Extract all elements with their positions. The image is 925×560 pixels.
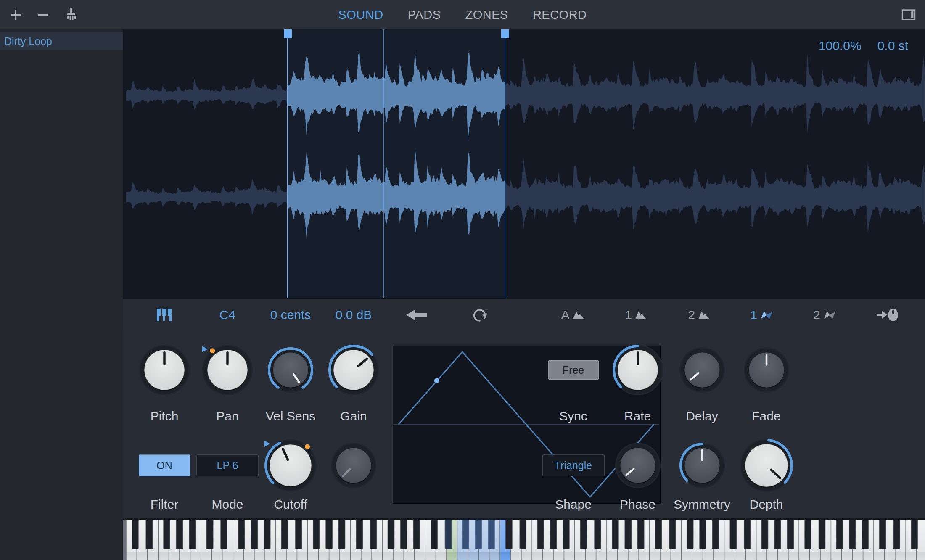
env1-button[interactable]: 1 bbox=[604, 299, 667, 331]
panel-toggle-icon[interactable] bbox=[900, 6, 917, 24]
zone-black-key[interactable] bbox=[488, 520, 494, 549]
lfo-phase-dot[interactable] bbox=[434, 378, 439, 383]
root-key-value[interactable]: C4 bbox=[196, 299, 259, 331]
lfo-phase-knob[interactable] bbox=[605, 433, 670, 497]
filter-enable-button[interactable]: ON bbox=[139, 454, 190, 476]
white-key[interactable] bbox=[212, 520, 222, 560]
black-key[interactable] bbox=[431, 520, 437, 549]
black-key[interactable] bbox=[177, 520, 183, 549]
zone-black-key[interactable] bbox=[476, 520, 482, 549]
env2-button[interactable]: 2 bbox=[667, 299, 730, 331]
tune-value[interactable]: 0 cents bbox=[259, 299, 322, 331]
black-key[interactable] bbox=[550, 520, 557, 549]
tab-sound[interactable]: SOUND bbox=[338, 8, 383, 22]
black-key[interactable] bbox=[687, 520, 693, 549]
lfo-delay-knob[interactable] bbox=[670, 331, 734, 409]
black-key[interactable] bbox=[520, 520, 526, 549]
broom-icon[interactable] bbox=[62, 6, 80, 24]
amp-env-button[interactable]: A bbox=[541, 299, 604, 331]
white-key[interactable] bbox=[586, 520, 596, 560]
black-key[interactable] bbox=[669, 520, 676, 549]
white-key[interactable] bbox=[511, 520, 521, 560]
black-key[interactable] bbox=[313, 520, 320, 549]
piano-keyboard[interactable] bbox=[123, 520, 925, 560]
black-key[interactable] bbox=[282, 520, 288, 549]
black-key[interactable] bbox=[787, 520, 793, 549]
reverse-icon[interactable] bbox=[385, 299, 448, 331]
black-key[interactable] bbox=[893, 520, 900, 549]
black-key[interactable] bbox=[251, 520, 257, 549]
black-key[interactable] bbox=[146, 520, 152, 549]
lfo-shape-button[interactable]: Triangle bbox=[542, 454, 605, 476]
lfo1-button[interactable]: 1 bbox=[730, 299, 793, 331]
stretch-percent-value[interactable]: 100.0% bbox=[819, 39, 862, 53]
white-key[interactable] bbox=[436, 520, 446, 560]
black-key[interactable] bbox=[655, 520, 662, 549]
gain-knob[interactable] bbox=[322, 331, 385, 409]
lfo-sync-button[interactable]: Free bbox=[541, 331, 605, 409]
white-key[interactable] bbox=[362, 520, 372, 560]
black-key[interactable] bbox=[445, 520, 452, 549]
pan-knob[interactable] bbox=[196, 331, 259, 409]
black-key[interactable] bbox=[339, 520, 345, 549]
cutoff-knob[interactable] bbox=[259, 433, 322, 497]
vel-sens-knob[interactable] bbox=[259, 331, 322, 409]
lfo-fade-knob[interactable] bbox=[734, 331, 798, 409]
black-key[interactable] bbox=[595, 520, 601, 549]
loop-mode-icon[interactable] bbox=[448, 299, 511, 331]
tab-pads[interactable]: PADS bbox=[408, 8, 441, 22]
white-key[interactable] bbox=[661, 520, 671, 560]
black-key[interactable] bbox=[370, 520, 377, 549]
selection-start-line[interactable] bbox=[287, 29, 288, 298]
filter-enable-button[interactable]: ON bbox=[133, 433, 196, 497]
selection-start-handle[interactable] bbox=[284, 29, 292, 38]
black-key[interactable] bbox=[911, 520, 917, 549]
lfo-symmetry-knob[interactable] bbox=[670, 433, 734, 497]
white-key[interactable] bbox=[735, 520, 745, 560]
black-key[interactable] bbox=[638, 520, 644, 549]
black-key[interactable] bbox=[326, 520, 332, 549]
black-key[interactable] bbox=[700, 520, 706, 549]
selection-region[interactable] bbox=[288, 29, 505, 298]
black-key[interactable] bbox=[506, 520, 512, 549]
black-key[interactable] bbox=[862, 520, 868, 549]
black-key[interactable] bbox=[132, 520, 138, 549]
zone-black-key[interactable] bbox=[462, 520, 469, 549]
black-key[interactable] bbox=[713, 520, 719, 549]
minus-icon[interactable] bbox=[34, 6, 52, 24]
black-key[interactable] bbox=[819, 520, 825, 549]
plus-icon[interactable] bbox=[7, 6, 24, 24]
white-key[interactable] bbox=[917, 520, 925, 560]
selection-end-handle[interactable] bbox=[501, 29, 509, 38]
black-key[interactable] bbox=[774, 520, 781, 549]
lfo-shape-button[interactable]: Triangle bbox=[541, 433, 605, 497]
black-key[interactable] bbox=[730, 520, 736, 549]
black-key[interactable] bbox=[849, 520, 856, 549]
black-key[interactable] bbox=[296, 520, 302, 549]
mouse-assign-icon[interactable] bbox=[856, 299, 920, 331]
black-key[interactable] bbox=[207, 520, 213, 549]
black-key[interactable] bbox=[880, 520, 886, 549]
black-key[interactable] bbox=[221, 520, 227, 549]
black-key[interactable] bbox=[805, 520, 811, 549]
piano-keys-icon[interactable] bbox=[133, 299, 196, 331]
pitch-knob[interactable] bbox=[133, 331, 196, 409]
lfo-depth-knob[interactable] bbox=[734, 433, 798, 497]
filter-mode-button[interactable]: LP 6 bbox=[196, 454, 259, 476]
waveform-display[interactable]: 100.0% 0.0 st bbox=[123, 29, 925, 298]
black-key[interactable] bbox=[189, 520, 196, 549]
black-key[interactable] bbox=[264, 520, 270, 549]
sample-gain-value[interactable]: 0.0 dB bbox=[322, 299, 385, 331]
black-key[interactable] bbox=[836, 520, 843, 549]
black-key[interactable] bbox=[413, 520, 420, 549]
black-key[interactable] bbox=[744, 520, 751, 549]
white-key[interactable] bbox=[885, 520, 895, 560]
loop-marker-line[interactable] bbox=[383, 29, 384, 298]
white-key[interactable] bbox=[137, 520, 147, 560]
black-key[interactable] bbox=[612, 520, 618, 549]
black-key[interactable] bbox=[164, 520, 170, 549]
black-key[interactable] bbox=[401, 520, 407, 549]
black-key[interactable] bbox=[563, 520, 569, 549]
white-key[interactable] bbox=[287, 520, 297, 560]
black-key[interactable] bbox=[537, 520, 544, 549]
